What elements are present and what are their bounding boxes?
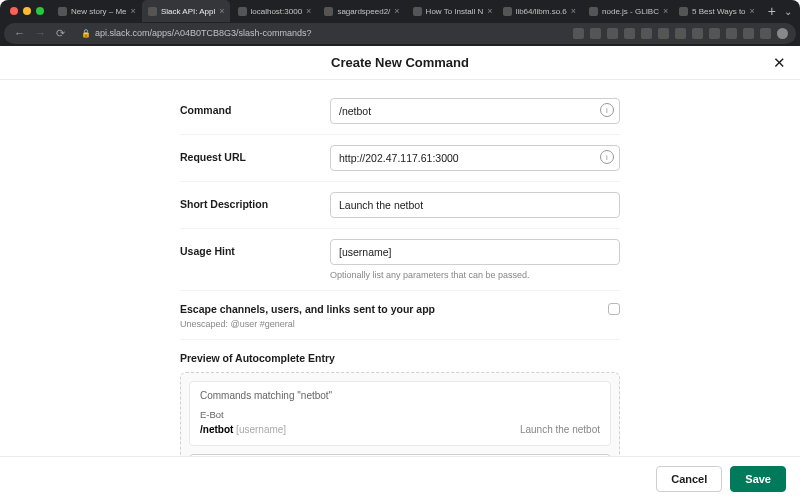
close-icon[interactable]: ✕	[773, 54, 786, 72]
page-title: Create New Command	[331, 55, 469, 70]
ext-icon[interactable]	[658, 28, 669, 39]
modal-footer: Cancel Save	[0, 456, 800, 500]
tab-label: node.js - GLIBC	[602, 7, 659, 16]
tab-1[interactable]: Slack API: Appl×	[142, 0, 230, 22]
tab-4[interactable]: How To Install N×	[407, 0, 495, 22]
reload-icon[interactable]: ⟳	[56, 27, 65, 40]
tab-label: Slack API: Appl	[161, 7, 215, 16]
cancel-button[interactable]: Cancel	[656, 466, 722, 492]
tab-label: localhost:3000	[251, 7, 303, 16]
close-tab-icon[interactable]: ×	[663, 6, 668, 16]
browser-chrome: New story – Me× Slack API: Appl× localho…	[0, 0, 800, 46]
extensions	[565, 28, 796, 39]
tab-5[interactable]: lib64/libm.so.6×	[497, 0, 581, 22]
ext-icon[interactable]	[760, 28, 771, 39]
lock-icon: 🔒	[81, 29, 91, 38]
short-desc-input[interactable]	[330, 192, 620, 218]
address-bar-row: ← → ⟳ 🔒 api.slack.com/apps/A04B0TCB8G3/s…	[4, 23, 796, 44]
close-window-icon[interactable]	[10, 7, 18, 15]
escape-sub-prefix: Unescaped:	[180, 319, 228, 329]
preview-desc: Launch the netbot	[520, 424, 600, 435]
url-text: api.slack.com/apps/A04B0TCB8G3/slash-com…	[95, 28, 312, 38]
tab-0[interactable]: New story – Me×	[52, 0, 140, 22]
preview-bot-name: E-Bot	[200, 409, 600, 420]
favicon-icon	[324, 7, 333, 16]
command-input[interactable]	[330, 98, 620, 124]
close-tab-icon[interactable]: ×	[487, 6, 492, 16]
close-tab-icon[interactable]: ×	[394, 6, 399, 16]
ext-icon[interactable]	[675, 28, 686, 39]
favicon-icon	[589, 7, 598, 16]
tab-overflow-icon[interactable]: ⌄	[784, 6, 792, 17]
close-tab-icon[interactable]: ×	[750, 6, 755, 16]
tab-3[interactable]: sagardspeed2/×	[318, 0, 404, 22]
tab-6[interactable]: node.js - GLIBC×	[583, 0, 671, 22]
minimize-window-icon[interactable]	[23, 7, 31, 15]
modal-header: Create New Command ✕	[0, 46, 800, 80]
close-tab-icon[interactable]: ×	[131, 6, 136, 16]
ext-icon[interactable]	[607, 28, 618, 39]
preview-command: /netbot [username]	[200, 424, 286, 435]
request-url-input[interactable]	[330, 145, 620, 171]
back-icon[interactable]: ←	[14, 27, 25, 40]
field-short-description: Short Description	[180, 181, 620, 228]
forward-icon[interactable]: →	[35, 27, 46, 40]
usage-hint-label: Usage Hint	[180, 239, 330, 257]
tab-label: 5 Best Ways to	[692, 7, 746, 16]
tab-2[interactable]: localhost:3000×	[232, 0, 317, 22]
escape-sub-value: @user #general	[231, 319, 295, 329]
favicon-icon	[58, 7, 67, 16]
field-usage-hint: Usage Hint Optionally list any parameter…	[180, 228, 620, 290]
request-url-label: Request URL	[180, 145, 330, 163]
field-escape: Escape channels, users, and links sent t…	[180, 290, 620, 319]
save-button[interactable]: Save	[730, 466, 786, 492]
tab-label: lib64/libm.so.6	[516, 7, 567, 16]
close-tab-icon[interactable]: ×	[571, 6, 576, 16]
page: Create New Command ✕ Command i Request U…	[0, 46, 800, 500]
ext-icon[interactable]	[573, 28, 584, 39]
usage-hint-help: Optionally list any parameters that can …	[330, 270, 620, 280]
window-controls[interactable]	[6, 7, 50, 15]
escape-checkbox[interactable]	[608, 303, 620, 315]
field-request-url: Request URL i	[180, 134, 620, 181]
close-tab-icon[interactable]: ×	[306, 6, 311, 16]
address-bar[interactable]: 🔒 api.slack.com/apps/A04B0TCB8G3/slash-c…	[75, 28, 565, 38]
ext-icon[interactable]	[743, 28, 754, 39]
tab-7[interactable]: 5 Best Ways to×	[673, 0, 760, 22]
new-tab-button[interactable]: +	[762, 3, 782, 19]
modal-body: Command i Request URL i Short Descriptio…	[0, 80, 800, 456]
close-tab-icon[interactable]: ×	[219, 6, 224, 16]
tab-label: How To Install N	[426, 7, 484, 16]
short-desc-label: Short Description	[180, 192, 330, 210]
field-command: Command i	[180, 88, 620, 134]
preview-box: Commands matching "netbot" E-Bot /netbot…	[180, 372, 620, 456]
ext-icon[interactable]	[624, 28, 635, 39]
ext-icon[interactable]	[726, 28, 737, 39]
tab-strip: New story – Me× Slack API: Appl× localho…	[0, 0, 800, 23]
command-label: Command	[180, 98, 330, 116]
ext-icon[interactable]	[709, 28, 720, 39]
preview-autocomplete: Commands matching "netbot" E-Bot /netbot…	[189, 381, 611, 446]
maximize-window-icon[interactable]	[36, 7, 44, 15]
info-icon[interactable]: i	[600, 103, 614, 117]
tab-label: sagardspeed2/	[337, 7, 390, 16]
ext-icon[interactable]	[777, 28, 788, 39]
usage-hint-input[interactable]	[330, 239, 620, 265]
escape-sub: Unescaped: @user #general	[180, 319, 620, 329]
favicon-icon	[413, 7, 422, 16]
info-icon[interactable]: i	[600, 150, 614, 164]
preview-matching: Commands matching "netbot"	[200, 390, 600, 401]
favicon-icon	[503, 7, 512, 16]
tab-label: New story – Me	[71, 7, 127, 16]
ext-icon[interactable]	[692, 28, 703, 39]
favicon-icon	[238, 7, 247, 16]
favicon-icon	[148, 7, 157, 16]
favicon-icon	[679, 7, 688, 16]
ext-icon[interactable]	[590, 28, 601, 39]
preview-title: Preview of Autocomplete Entry	[180, 339, 620, 372]
ext-icon[interactable]	[641, 28, 652, 39]
escape-label: Escape channels, users, and links sent t…	[180, 303, 435, 315]
